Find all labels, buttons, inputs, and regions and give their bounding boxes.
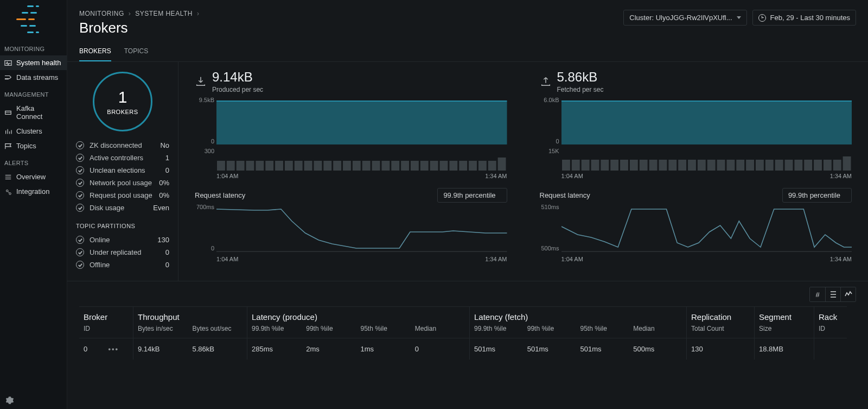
status-row: Online130 — [76, 234, 169, 246]
nav-item-integration[interactable]: Integration — [0, 184, 67, 199]
status-value: 0 — [165, 248, 169, 256]
percentile-select-produce[interactable]: 99.9th percentile — [437, 188, 507, 203]
svg-rect-27 — [420, 161, 429, 171]
x-tick: 1:34 AM — [485, 256, 507, 262]
svg-rect-57 — [736, 160, 744, 171]
view-hash-button[interactable]: # — [810, 287, 825, 301]
table-section-latency-produce-: Latency (produce) — [247, 306, 470, 323]
cluster-selector[interactable]: Cluster: UlyoJGG-Rw2IlVpXUfl... — [623, 10, 746, 26]
row-menu-icon[interactable]: ••• — [108, 345, 119, 353]
nav-item-topics[interactable]: Topics — [0, 139, 67, 153]
overview-icon — [4, 173, 12, 181]
cell-value: 2ms — [306, 345, 360, 353]
table-col-label: 95th %ile — [580, 325, 634, 332]
y-tick: 15K — [540, 148, 559, 154]
table-section-latency-fetch-: Latency (fetch) — [470, 306, 687, 323]
system-health-icon — [4, 59, 12, 67]
status-label: ZK disconnected — [90, 141, 142, 149]
nav-item-label: Integration — [16, 187, 49, 196]
svg-rect-31 — [459, 161, 467, 171]
percentile-select-fetch[interactable]: 99.9th percentile — [782, 188, 852, 203]
y-tick: 510ms — [540, 204, 559, 210]
chevron-down-icon — [737, 16, 741, 19]
status-label: Offline — [90, 261, 110, 269]
svg-rect-66 — [823, 160, 831, 171]
view-bars-button[interactable] — [825, 287, 840, 301]
breadcrumb: MONITORING › SYSTEM HEALTH › — [79, 10, 199, 17]
topics-icon — [4, 142, 12, 150]
status-row: Network pool usage0% — [76, 177, 169, 189]
svg-rect-41 — [581, 160, 589, 171]
status-row: Under replicated0 — [76, 246, 169, 259]
table-cell — [814, 338, 847, 360]
percentile-label: 99.9th percentile — [788, 191, 840, 199]
x-tick: 1:04 AM — [216, 173, 238, 179]
check-icon — [76, 166, 84, 174]
svg-rect-68 — [843, 156, 851, 171]
svg-rect-9 — [246, 161, 254, 171]
svg-rect-34 — [488, 161, 496, 171]
cell-value: 500ms — [633, 345, 686, 353]
crumb-system-health[interactable]: SYSTEM HEALTH — [135, 10, 193, 17]
svg-rect-56 — [726, 160, 735, 171]
svg-rect-42 — [591, 160, 599, 171]
upload-icon — [540, 75, 552, 87]
nav-item-clusters[interactable]: Clusters — [0, 124, 67, 139]
time-range-selector[interactable]: Feb, 29 - Last 30 minutes — [752, 10, 856, 26]
table-col-label: Median — [415, 325, 469, 332]
svg-rect-25 — [401, 161, 409, 171]
settings-icon[interactable] — [5, 396, 14, 405]
time-range-label: Feb, 29 - Last 30 minutes — [770, 14, 850, 22]
table-col-label: 99.9th %ile — [252, 325, 306, 332]
table-col-label: 99.9th %ile — [474, 325, 527, 332]
svg-rect-62 — [784, 160, 793, 171]
check-icon — [76, 204, 84, 212]
status-label: Online — [90, 236, 110, 244]
check-icon — [76, 261, 84, 269]
check-icon — [76, 236, 84, 244]
check-icon — [76, 179, 84, 187]
nav-item-system-health[interactable]: System health — [0, 55, 67, 70]
nav-item-label: Topics — [16, 142, 36, 150]
view-spark-button[interactable] — [840, 287, 856, 301]
svg-rect-44 — [610, 160, 618, 171]
nav-item-overview[interactable]: Overview — [0, 169, 67, 184]
svg-rect-43 — [601, 160, 609, 171]
fetched-column: 5.86kB Fetched per sec 6.0kB 0 15K — [524, 62, 869, 281]
x-tick: 1:04 AM — [561, 173, 583, 179]
svg-rect-22 — [372, 161, 380, 171]
tab-brokers[interactable]: BROKERS — [79, 47, 111, 61]
produced-column: 9.14kB Produced per sec 9.5kB 0 300 — [178, 62, 524, 281]
status-value: 1 — [165, 154, 169, 162]
y-tick: 300 — [195, 148, 214, 154]
nav-item-data-streams[interactable]: Data streams — [0, 70, 67, 85]
svg-rect-4 — [216, 101, 507, 144]
percentile-label: 99.9th percentile — [443, 191, 495, 199]
gauge-label: BROKERS — [107, 109, 138, 115]
nav-item-kafka-connect[interactable]: Kafka Connect — [0, 101, 67, 124]
status-label: Under replicated — [90, 248, 141, 256]
status-label: Unclean elections — [90, 166, 145, 174]
fetched-area-chart — [561, 98, 852, 147]
svg-rect-53 — [697, 160, 705, 171]
svg-rect-55 — [717, 160, 725, 171]
svg-rect-61 — [775, 160, 783, 171]
table-subhead: 99.9th %ile99th %ile95th %ileMedian — [247, 323, 470, 338]
y-tick: 0 — [195, 245, 214, 251]
y-tick: 500ms — [540, 245, 559, 251]
svg-rect-11 — [265, 161, 273, 171]
status-value: No — [160, 141, 169, 149]
crumb-monitoring[interactable]: MONITORING — [79, 10, 124, 17]
svg-rect-13 — [285, 161, 293, 171]
y-tick: 0 — [540, 138, 559, 144]
svg-rect-45 — [620, 160, 628, 171]
svg-rect-8 — [237, 161, 245, 171]
tab-topics[interactable]: TOPICS — [124, 47, 148, 61]
page-title: Brokers — [79, 20, 199, 36]
status-label: Network pool usage — [90, 179, 152, 187]
svg-point-2 — [7, 190, 9, 192]
svg-rect-37 — [561, 101, 852, 144]
sidebar: MONITORINGSystem healthData streamsMANAG… — [0, 0, 67, 409]
table-cell: 9.14kB5.86kB — [133, 338, 247, 360]
status-row: Disk usageEven — [76, 202, 169, 214]
